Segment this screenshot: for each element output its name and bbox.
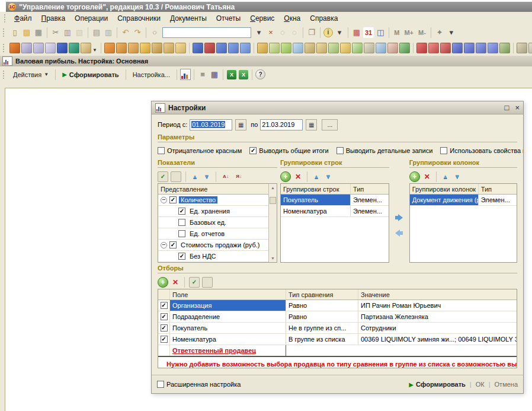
filter-row[interactable]: ПокупательНе в группе из сп...Сотрудники [158,323,517,334]
supplier-payment-icon[interactable] [175,43,186,53]
tree-row[interactable]: Стоимость продажи (руб.) [158,240,277,251]
cash-expense-icon[interactable] [228,43,239,53]
doc-copy-icon[interactable] [364,43,374,53]
coins-icon[interactable] [140,43,150,53]
move-down-icon[interactable]: ▼ [323,172,333,181]
service-dropdown-icon[interactable]: ▾ [446,27,457,38]
checkbox-icon[interactable] [178,230,185,237]
generate-button[interactable]: ▶ Сформировать [59,70,123,79]
goods-receipt-icon[interactable] [257,43,268,53]
memory-m-minus-icon[interactable]: М- [416,27,428,38]
retail-sale-icon[interactable] [193,43,203,53]
reports-journal-icon[interactable] [45,43,56,53]
cancel-button[interactable]: Отмена [495,381,518,388]
checkbox-icon[interactable] [178,208,185,215]
catalog-cabinet-icon[interactable] [9,43,20,53]
dialog-titlebar[interactable]: Настройки □ × [152,101,523,114]
close-button[interactable]: × [515,103,520,112]
goods-return-icon[interactable] [305,43,315,53]
info-dropdown-icon[interactable]: ▾ [334,27,345,38]
tree-row[interactable]: Количество [158,195,277,206]
calendar-icon[interactable]: ▦ [235,119,246,130]
period-from-input[interactable]: 01.03.2019 [190,119,232,130]
delete-icon[interactable]: ✕ [171,278,180,287]
menu-item-Справка[interactable]: Справка [305,13,342,24]
memory-m-plus-icon[interactable]: М+ [402,27,415,38]
contractors-icon[interactable] [57,43,68,53]
goods-transfer-icon[interactable] [269,43,280,53]
open-folder-icon[interactable]: ▤ [21,27,32,38]
menu-item-Документы[interactable]: Документы [165,13,211,24]
unselect-all-icon[interactable] [202,277,213,288]
toolbar-drag-handle[interactable] [3,44,7,52]
add-icon[interactable]: + [158,277,168,288]
menu-item-Справочники[interactable]: Справочники [113,13,165,24]
move-down-icon[interactable]: ▼ [202,172,211,181]
chart-icon[interactable] [180,69,191,80]
sort-desc-icon[interactable]: Я↓ [233,172,244,181]
paste-icon[interactable]: ▧ [74,27,85,38]
advanced-settings-checkbox[interactable]: Расширенная настройка [157,381,241,388]
ok-button[interactable]: ОК [476,381,485,388]
inventory-icon[interactable] [293,43,303,53]
supplier-invoice-icon[interactable] [164,43,174,53]
turnover-icon[interactable] [488,43,498,53]
service-settings-icon[interactable]: ✦ [434,27,445,38]
goods-writeoff-icon[interactable] [281,43,291,53]
table-settings-icon[interactable]: ▦ [209,69,220,80]
filter-structure-icon[interactable]: ≡ [197,69,208,80]
cash-monitor-icon[interactable] [69,43,79,53]
user-permissions-icon[interactable]: ◫ [375,27,386,38]
windows-copy-icon[interactable]: ❐ [306,27,317,38]
cash-receipt-icon[interactable] [216,43,227,53]
scroll-thumb[interactable] [270,197,276,204]
scroll-up-icon[interactable]: ▲ [271,186,275,190]
tree-row[interactable]: Базовых ед. [158,217,277,228]
add-icon[interactable]: + [409,171,420,182]
checkbox-icon[interactable] [169,196,177,203]
customer-invoice-icon[interactable] [116,43,127,53]
scroll-down-icon[interactable]: ▼ [271,256,275,260]
period-to-input[interactable]: 21.03.2019 [260,119,303,130]
filter-row[interactable]: ПодразделениеРавноПартизана Железняка [158,311,517,323]
tree-row[interactable]: НДС [158,262,277,263]
toolbar-drag-handle[interactable] [3,71,7,79]
help-icon[interactable]: ? [255,69,265,79]
move-up-icon[interactable]: ▲ [190,172,200,181]
checkbox-icon[interactable] [178,253,185,260]
table-row[interactable]: ПокупательЭлемен... [281,195,389,206]
clear-search-icon[interactable]: × [265,27,276,38]
print-forms-icon[interactable] [33,43,44,53]
customers-report-icon[interactable] [416,43,427,53]
menu-item-Файл[interactable]: Файл [9,13,37,24]
menu-item-Отчеты[interactable]: Отчеты [211,13,245,24]
doc-unpost-icon[interactable] [387,43,398,53]
sort-asc-icon[interactable]: А↓ [220,172,231,181]
print-preview-icon[interactable]: ▥ [103,27,114,38]
supplier-order-icon[interactable] [152,43,162,53]
retail-return-icon[interactable] [204,43,215,53]
doc-check-icon[interactable] [352,43,363,53]
find-icon[interactable]: ○ [149,27,160,38]
collapse-icon[interactable] [161,242,167,248]
chevron-down-icon[interactable]: ▼ [92,47,97,53]
footer-generate-button[interactable]: ▶ Сформировать [409,381,466,388]
move-right-icon[interactable] [395,214,403,221]
edit-document-icon[interactable] [81,43,91,53]
doc-post-icon[interactable] [376,43,386,53]
move-up-icon[interactable]: ▲ [441,172,450,181]
print-icon[interactable]: ▤ [91,27,102,38]
menu-item-Правка[interactable]: Правка [37,13,70,24]
undo-icon[interactable]: ↶ [120,27,131,38]
search-input[interactable] [162,27,251,38]
copy-icon[interactable]: ▥ [62,27,73,38]
checkbox-icon[interactable] [178,219,185,226]
tree-row[interactable]: Ед. хранения [158,206,277,217]
excel-save-icon[interactable]: X [238,69,249,80]
toolbar-drag-handle[interactable] [3,28,7,37]
period-more-button[interactable]: ... [322,119,338,130]
filter-checkbox-cell[interactable] [158,334,170,345]
unselect-all-icon[interactable] [171,171,181,182]
price-list-icon[interactable] [316,43,327,53]
find-previous-icon[interactable]: ◌ [289,27,300,38]
